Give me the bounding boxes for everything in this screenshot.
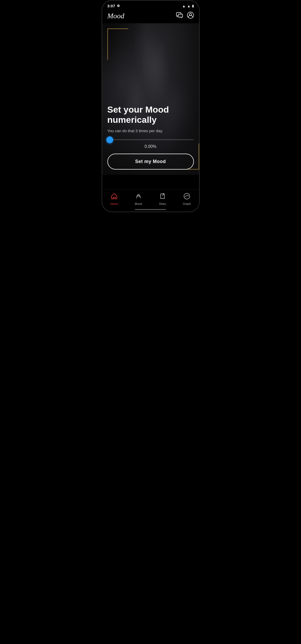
mood-nav-label: Mood	[135, 202, 142, 205]
svg-point-3	[189, 13, 192, 15]
header-actions	[176, 12, 194, 20]
app-header: Mood	[102, 10, 199, 23]
status-bar: 3:07 ⚙ ▲ ▲ ▮	[102, 1, 199, 10]
profile-icon[interactable]	[187, 12, 194, 20]
signal-icon: ▲	[187, 4, 191, 8]
mood-slider-container	[107, 139, 194, 140]
status-icons-area: ▲ ▲ ▮	[182, 4, 194, 8]
diary-nav-icon	[159, 193, 166, 201]
graph-nav-label: Graph	[183, 202, 191, 205]
gold-corner-topleft	[107, 28, 128, 60]
diary-nav-label: Diary	[159, 202, 166, 205]
svg-point-5	[184, 193, 190, 199]
hero-title: Set your Mood numerically	[107, 105, 194, 125]
mood-nav-icon	[135, 193, 142, 201]
nav-item-graph[interactable]: Graph	[179, 193, 195, 205]
battery-icon: ▮	[192, 4, 194, 8]
chat-icon[interactable]	[176, 12, 183, 20]
svg-rect-4	[113, 197, 115, 199]
set-mood-button[interactable]: Set my Mood	[107, 154, 194, 170]
hero-section: Set your Mood numerically You can do tha…	[102, 23, 199, 175]
app-title: Mood	[107, 12, 124, 20]
home-indicator	[135, 209, 166, 210]
wifi-icon: ▲	[182, 4, 186, 8]
nav-item-diary[interactable]: Diary	[155, 193, 170, 205]
home-nav-label: Home	[110, 202, 118, 205]
nav-item-home[interactable]: Home	[106, 193, 122, 205]
graph-nav-icon	[183, 193, 190, 201]
status-time-area: 3:07 ⚙	[107, 4, 120, 8]
phone-frame: 3:07 ⚙ ▲ ▲ ▮ Mood	[102, 0, 200, 212]
settings-status-icon: ⚙	[117, 4, 120, 8]
bottom-navigation: Home Mood Diary	[102, 189, 199, 212]
hero-content: Set your Mood numerically You can do tha…	[102, 105, 199, 175]
time-display: 3:07	[107, 4, 115, 8]
nav-item-mood[interactable]: Mood	[131, 193, 146, 205]
home-nav-icon	[111, 193, 118, 201]
hero-subtitle: You can do that 3 times per day.	[107, 129, 194, 133]
svg-rect-1	[178, 14, 183, 17]
